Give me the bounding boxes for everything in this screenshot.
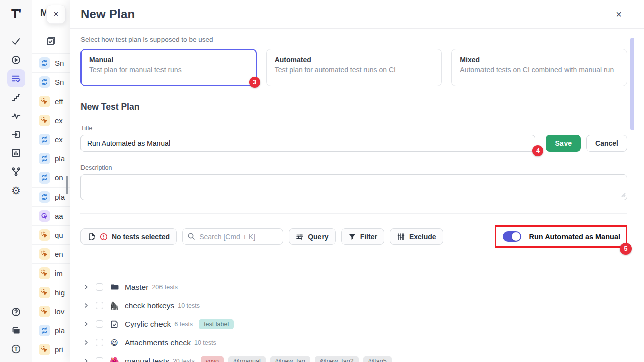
tag[interactable]: test label: [199, 319, 234, 329]
sync-icon: [39, 153, 50, 164]
modal-close-icon[interactable]: ×: [616, 9, 622, 19]
suite-name[interactable]: Master: [125, 283, 148, 292]
list-item[interactable]: ex: [32, 111, 70, 130]
row-checkbox[interactable]: [96, 320, 103, 328]
list-item[interactable]: en: [32, 244, 70, 263]
table-row: 😃 Attachments check 10 tests: [80, 333, 627, 352]
sidebar-item-activity[interactable]: [7, 107, 25, 125]
help-button[interactable]: [7, 303, 25, 321]
sidebar-item-analytics[interactable]: [7, 144, 25, 162]
hibiscus-emoji-icon: 🌺: [109, 357, 119, 362]
list-item[interactable]: Sn: [32, 53, 70, 72]
sync-icon: [39, 76, 50, 88]
check-icon: [11, 37, 21, 46]
search-input[interactable]: [182, 228, 283, 245]
cursor-click-icon: [39, 96, 50, 107]
projects-button[interactable]: [7, 321, 25, 339]
cursor-click-icon: [39, 344, 50, 355]
tag[interactable]: @tag5: [363, 356, 392, 362]
list-item[interactable]: pla: [32, 187, 70, 206]
tag[interactable]: @new_tag2: [315, 356, 359, 362]
list-item[interactable]: eff: [32, 92, 70, 111]
plan-type-cards: Manual Test plan for manual test runs 3 …: [80, 49, 627, 86]
toggle-knob: [512, 232, 520, 241]
list-item[interactable]: qu: [32, 225, 70, 244]
tag[interactable]: @new_tag: [270, 356, 310, 362]
list-item[interactable]: hig: [32, 283, 70, 302]
sidebar-item-plans[interactable]: [7, 69, 25, 87]
panel-close-button[interactable]: ×: [46, 5, 66, 24]
chevron-right-icon[interactable]: [83, 321, 89, 327]
tag[interactable]: yoyo: [201, 356, 224, 362]
list-item[interactable]: ex: [32, 130, 70, 149]
list-item[interactable]: Sn: [32, 72, 70, 92]
description-wrap: [80, 174, 627, 202]
copy-check-icon[interactable]: [46, 36, 56, 46]
plan-type-manual[interactable]: Manual Test plan for manual test runs 3: [80, 49, 257, 86]
plan-type-mixed[interactable]: Mixed Automated tests on CI combined wit…: [451, 49, 627, 86]
list-item[interactable]: pla: [32, 149, 70, 168]
title-input[interactable]: [80, 135, 535, 152]
import-icon: [11, 130, 21, 139]
sidebar-item-settings[interactable]: ⚙: [7, 181, 25, 199]
resize-grip-icon[interactable]: [621, 190, 626, 199]
row-checkbox[interactable]: [96, 357, 103, 362]
query-button[interactable]: Query: [289, 228, 335, 245]
filter-button[interactable]: Filter: [341, 228, 384, 245]
row-checkbox[interactable]: [96, 283, 103, 291]
help-icon: [11, 307, 21, 317]
title-input-wrap: 4: [80, 135, 535, 152]
cursor-click-icon: [39, 306, 50, 317]
chevron-right-icon[interactable]: [83, 358, 89, 362]
modal-title: New Plan: [80, 7, 135, 21]
stairs-icon: [11, 93, 21, 102]
brand-circle-icon: T: [11, 344, 21, 354]
exclude-button[interactable]: Exclude: [390, 228, 443, 245]
chevron-right-icon[interactable]: [83, 302, 89, 309]
list-item[interactable]: lov: [32, 302, 70, 321]
description-textarea[interactable]: [80, 174, 627, 200]
brand-button[interactable]: T: [7, 340, 25, 358]
description-label: Description: [80, 164, 627, 171]
list-item[interactable]: pla: [32, 321, 70, 340]
suite-name[interactable]: Attachments check: [125, 338, 191, 347]
chevron-right-icon[interactable]: [83, 284, 89, 290]
row-checkbox[interactable]: [96, 302, 103, 309]
doc-edit-icon: [88, 233, 96, 241]
panel-scrollbar[interactable]: [66, 176, 68, 194]
sidebar-item-tests[interactable]: [7, 32, 25, 50]
tag[interactable]: @manual: [228, 356, 266, 362]
suite-name[interactable]: manual tests: [125, 357, 169, 362]
sidebar-item-import[interactable]: [7, 125, 25, 143]
save-button[interactable]: Save: [546, 135, 581, 152]
chevron-right-icon[interactable]: [83, 339, 89, 346]
sidebar-item-runs[interactable]: [7, 51, 25, 69]
list-item[interactable]: on: [32, 168, 70, 187]
modal-scrollbar[interactable]: [630, 38, 634, 130]
search-icon: [187, 232, 195, 242]
list-item[interactable]: pri: [32, 340, 70, 359]
list-check-icon: [11, 74, 21, 83]
no-tests-selected-button[interactable]: No tests selected: [80, 228, 177, 245]
test-count: 10 tests: [194, 339, 216, 346]
test-count: 10 tests: [178, 302, 200, 309]
list-item[interactable]: im: [32, 263, 70, 283]
list-item[interactable]: aa: [32, 206, 70, 225]
run-automated-toggle[interactable]: [503, 231, 521, 242]
plan-type-automated[interactable]: Automated Test plan for automated test r…: [266, 49, 442, 86]
sidebar-item-milestones[interactable]: [7, 88, 25, 106]
folders-icon: [11, 326, 21, 335]
section-divider: [80, 213, 627, 214]
form-heading: New Test Plan: [80, 102, 627, 112]
suite-name[interactable]: check hotkeys: [125, 301, 174, 310]
test-tree: Master 206 tests 🦍 check hotkeys 10 test…: [80, 278, 627, 362]
test-count: 20 tests: [173, 358, 195, 362]
sync-icon: [39, 57, 50, 69]
cancel-button[interactable]: Cancel: [586, 135, 627, 152]
gear-icon: ⚙: [11, 185, 21, 196]
close-icon: ×: [54, 9, 59, 19]
row-checkbox[interactable]: [96, 339, 103, 346]
test-count: 6 tests: [174, 321, 193, 328]
sidebar-item-branches[interactable]: [7, 162, 25, 180]
suite-name[interactable]: Cyrylic check: [125, 320, 171, 329]
